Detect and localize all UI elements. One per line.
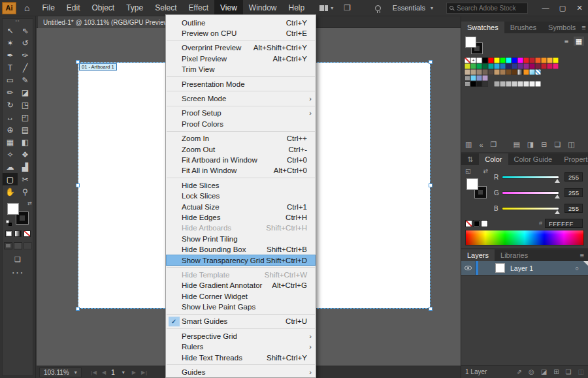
swatch[interactable] (547, 57, 553, 63)
swatch[interactable] (500, 63, 506, 69)
swatches-fill-stroke-proxy[interactable] (465, 37, 482, 54)
color-tab-color[interactable]: Color (479, 153, 508, 165)
toolbar-drag-handle[interactable]: •• (3, 19, 33, 24)
menu-item-hide-edges[interactable]: Hide EdgesCtrl+H (166, 212, 316, 223)
first-artboard-icon[interactable]: |◀ (91, 370, 97, 375)
menu-item-hide-text-threads[interactable]: Hide Text ThreadsShift+Ctrl+Y (166, 352, 316, 362)
channel-value-field[interactable]: 255 (564, 204, 583, 213)
make-clipping-mask-icon[interactable]: ◪ (541, 368, 547, 375)
color-themes-icon[interactable]: ▤ (513, 140, 519, 149)
menu-item-presentation-mode[interactable]: Presentation Mode (166, 78, 316, 89)
menubar-item-edit[interactable]: Edit (61, 0, 86, 16)
slice-tool[interactable]: ✂ (18, 173, 33, 185)
swatch[interactable] (470, 63, 476, 69)
workspace-dropdown-icon[interactable]: ▾ (431, 5, 433, 11)
maximize-button[interactable]: ▢ (554, 0, 571, 16)
home-icon[interactable]: ⌂ (24, 3, 29, 13)
swatch[interactable] (535, 81, 541, 87)
slider-thumb-icon[interactable] (555, 195, 560, 198)
swatch[interactable] (482, 69, 488, 75)
new-sublayer-icon[interactable]: ⊞ (553, 368, 559, 375)
swatch[interactable] (465, 69, 470, 75)
menubar-item-file[interactable]: File (36, 0, 60, 16)
swatch[interactable] (506, 63, 512, 69)
color-tab-color-guide[interactable]: Color Guide (508, 153, 559, 165)
swatch[interactable] (535, 63, 541, 69)
workspace-label[interactable]: Essentials (393, 4, 425, 12)
color-fill-stroke-proxy[interactable]: ◱ ⇄ (466, 178, 486, 198)
hex-value-field[interactable]: FFFFFF (545, 219, 583, 228)
swatch[interactable] (535, 57, 541, 63)
artboard-handle[interactable] (429, 307, 433, 311)
menu-item-preview-on-cpu[interactable]: Preview on CPUCtrl+E (166, 28, 316, 39)
menu-item-proof-setup[interactable]: Proof Setup› (166, 108, 316, 118)
delete-swatch-icon[interactable]: ◫ (568, 140, 574, 149)
swatch[interactable] (482, 63, 488, 69)
panel-collapse-icon[interactable]: ⇅ (461, 153, 479, 165)
swatch[interactable] (529, 63, 535, 69)
artboard-handle[interactable] (76, 183, 80, 187)
add-selected-to-swatches-icon[interactable]: ❐ (491, 140, 497, 149)
menu-item-hide-slices[interactable]: Hide Slices (166, 180, 316, 191)
swatch[interactable] (541, 63, 547, 69)
delete-layer-icon[interactable]: ◫ (578, 368, 584, 375)
rotate-tool[interactable]: ↻ (3, 99, 18, 111)
workspace-caret-icon[interactable]: ▾ (331, 5, 333, 11)
menu-item-hide-corner-widget[interactable]: Hide Corner Widget (166, 291, 316, 301)
swatch[interactable] (523, 69, 529, 75)
layers-tab-layers[interactable]: Layers (461, 249, 495, 261)
swap-fill-stroke-icon[interactable]: ⇄ (27, 200, 32, 206)
locate-object-icon[interactable]: ◎ (529, 368, 534, 375)
menubar-item-select[interactable]: Select (149, 0, 182, 16)
swatch[interactable] (465, 63, 470, 69)
swatch[interactable] (476, 69, 482, 75)
layer-thumbnail[interactable] (495, 263, 505, 273)
swatch-libraries-icon[interactable]: ▥ (465, 140, 472, 149)
menubar-item-type[interactable]: Type (120, 0, 149, 16)
swatch[interactable] (512, 81, 517, 87)
folder-swatch[interactable] (465, 81, 470, 87)
swatch[interactable] (488, 63, 494, 69)
swatch[interactable] (541, 57, 547, 63)
swatch[interactable] (529, 81, 535, 87)
swatch[interactable] (553, 57, 559, 63)
swatches-tab-symbols[interactable]: Symbols (542, 22, 581, 33)
draw-inside-button[interactable] (24, 242, 32, 249)
menu-item-actual-size[interactable]: Actual SizeCtrl+1 (166, 201, 316, 212)
swatch[interactable] (506, 69, 512, 75)
draw-behind-button[interactable] (14, 242, 22, 249)
none-button[interactable] (24, 230, 31, 237)
direct-selection-tool[interactable]: ⇖ (18, 24, 33, 37)
swatch[interactable] (488, 69, 494, 75)
menubar-item-effect[interactable]: Effect (183, 0, 214, 16)
swatch[interactable] (506, 81, 512, 87)
visibility-cell[interactable] (461, 261, 476, 275)
channel-slider[interactable] (502, 207, 559, 210)
show-swatch-kinds-icon[interactable]: ◨ (527, 140, 534, 149)
channel-value-field[interactable]: 255 (564, 172, 583, 181)
registration-swatch[interactable]: + (470, 57, 476, 63)
free-transform-tool[interactable]: ◰ (18, 111, 33, 123)
swatch[interactable] (488, 57, 494, 63)
previous-artboard-icon[interactable]: ◀ (102, 370, 106, 375)
swatch[interactable] (512, 57, 517, 63)
color-spectrum-bar[interactable] (465, 230, 584, 245)
gradient-button[interactable] (14, 230, 22, 237)
shape-builder-tool[interactable]: ⊕ (3, 123, 18, 136)
screen-mode-button[interactable]: ❏ (3, 255, 33, 264)
layer-row[interactable]: Layer 1 ○ (461, 261, 588, 276)
swap-colors-icon[interactable]: ⇄ (483, 168, 488, 174)
default-fill-stroke-icon[interactable] (6, 220, 11, 225)
slider-thumb-icon[interactable] (555, 179, 560, 183)
layers-tab-libraries[interactable]: Libraries (495, 249, 534, 261)
swatch[interactable] (512, 63, 517, 69)
artboard-label[interactable]: 01 - Artboard 1 (79, 63, 117, 71)
magic-wand-tool[interactable]: ✶ (3, 37, 18, 49)
swatch[interactable] (529, 57, 535, 63)
line-segment-tool[interactable]: ╱ (18, 61, 33, 74)
menu-item-show-live-paint-gaps[interactable]: Show Live Paint Gaps (166, 302, 316, 312)
hand-tool[interactable]: ✋ (3, 185, 18, 198)
swatch[interactable] (476, 63, 482, 69)
swatch[interactable] (553, 63, 559, 69)
minimize-button[interactable]: — (537, 0, 554, 16)
